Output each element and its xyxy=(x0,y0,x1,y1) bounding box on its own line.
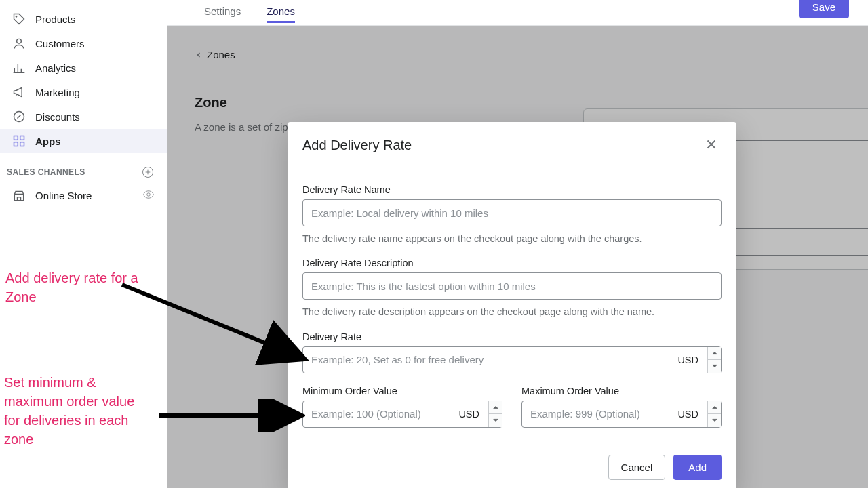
add-button[interactable]: Add xyxy=(673,455,722,480)
svg-rect-3 xyxy=(20,136,24,140)
tab-zones[interactable]: Zones xyxy=(267,0,295,23)
chevron-down-icon xyxy=(493,418,498,423)
tab-settings[interactable]: Settings xyxy=(204,0,241,23)
chevron-down-icon xyxy=(712,418,717,423)
rate-step-down[interactable] xyxy=(708,360,721,373)
arrow-2 xyxy=(156,399,305,432)
min-step-down[interactable] xyxy=(489,414,502,427)
person-icon xyxy=(12,37,26,50)
save-button[interactable]: Save xyxy=(799,0,849,18)
max-order-wrap: USD xyxy=(521,401,722,428)
max-order-input[interactable] xyxy=(521,401,722,428)
chevron-down-icon xyxy=(712,363,717,369)
max-stepper xyxy=(707,401,721,427)
rate-name-input[interactable] xyxy=(302,199,722,226)
nav-analytics[interactable]: Analytics xyxy=(0,56,167,80)
section-title: SALES CHANNELS xyxy=(7,167,85,177)
max-step-down[interactable] xyxy=(708,414,721,427)
add-delivery-rate-modal: Add Delivery Rate Delivery Rate Name The… xyxy=(288,122,736,488)
modal-title: Add Delivery Rate xyxy=(302,138,412,153)
arrow-1 xyxy=(115,271,312,366)
tag-icon xyxy=(12,12,26,26)
chevron-up-icon xyxy=(493,405,498,410)
section-sales-channels: SALES CHANNELS xyxy=(0,153,167,183)
header-bar: Settings Zones Save xyxy=(167,0,868,26)
rate-desc-label: Delivery Rate Description xyxy=(302,258,722,268)
rate-input-wrap: USD xyxy=(302,346,722,373)
min-order-label: Minimum Order Value xyxy=(302,386,502,396)
cancel-button[interactable]: Cancel xyxy=(608,455,666,480)
rate-input[interactable] xyxy=(302,346,722,373)
nav-label: Products xyxy=(35,14,75,25)
svg-point-7 xyxy=(147,193,151,197)
svg-rect-5 xyxy=(20,142,24,146)
rate-label: Delivery Rate xyxy=(302,331,722,342)
discount-icon xyxy=(12,110,26,123)
nav-label: Discounts xyxy=(35,111,80,123)
store-icon xyxy=(12,189,26,203)
svg-line-8 xyxy=(122,285,302,358)
nav-label: Online Store xyxy=(35,190,92,201)
nav-label: Analytics xyxy=(35,62,76,74)
megaphone-icon xyxy=(12,85,26,99)
min-stepper xyxy=(488,401,502,427)
nav-online-store[interactable]: Online Store xyxy=(0,183,167,208)
bar-chart-icon xyxy=(12,61,26,75)
min-order-wrap: USD xyxy=(302,401,502,428)
nav-products[interactable]: Products xyxy=(0,7,167,31)
nav-label: Apps xyxy=(35,136,61,147)
rate-stepper xyxy=(707,347,721,373)
svg-rect-2 xyxy=(14,136,18,140)
nav-apps[interactable]: Apps xyxy=(0,129,167,153)
close-icon xyxy=(704,137,719,152)
close-button[interactable] xyxy=(701,134,722,157)
rate-desc-help: The delivery rate description appears on… xyxy=(302,305,722,319)
min-order-input[interactable] xyxy=(302,401,502,428)
nav-discounts[interactable]: Discounts xyxy=(0,104,167,129)
modal-body: Delivery Rate Name The delivery rate nam… xyxy=(288,169,736,443)
nav-customers[interactable]: Customers xyxy=(0,31,167,56)
nav-label: Customers xyxy=(35,38,85,49)
modal-footer: Cancel Add xyxy=(288,443,736,488)
min-step-up[interactable] xyxy=(489,401,502,415)
svg-point-0 xyxy=(17,39,22,43)
rate-step-up[interactable] xyxy=(708,347,721,361)
max-step-up[interactable] xyxy=(708,401,721,415)
preview-icon[interactable] xyxy=(142,188,155,203)
nav-label: Marketing xyxy=(35,87,80,98)
chevron-up-icon xyxy=(712,405,717,410)
annotation-2: Set minimum & maximum order value for de… xyxy=(4,373,153,449)
nav-marketing[interactable]: Marketing xyxy=(0,80,167,104)
svg-rect-4 xyxy=(14,142,18,146)
rate-name-help: The delivery rate name appears on the ch… xyxy=(302,232,722,245)
add-channel-icon[interactable] xyxy=(141,165,155,179)
chevron-up-icon xyxy=(712,350,717,356)
rate-desc-input[interactable] xyxy=(302,272,722,300)
modal-header: Add Delivery Rate xyxy=(288,122,736,169)
rate-name-label: Delivery Rate Name xyxy=(302,184,722,195)
max-order-label: Maximum Order Value xyxy=(521,386,722,396)
grid-icon xyxy=(12,134,26,148)
